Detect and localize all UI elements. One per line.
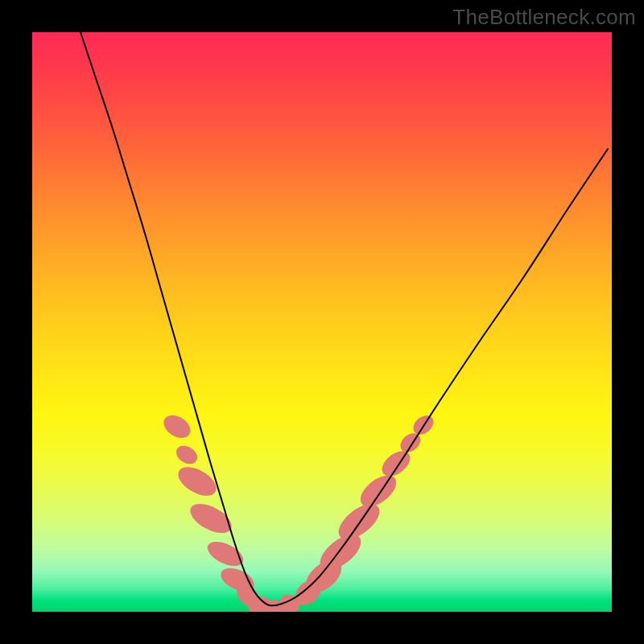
curve-layer <box>32 32 612 612</box>
marker-layer <box>159 411 437 612</box>
blob-L1 <box>159 411 194 442</box>
blob-L2 <box>173 442 200 468</box>
blob-L5 <box>204 537 247 572</box>
plot-area <box>32 32 612 612</box>
blob-L3 <box>173 461 221 502</box>
watermark-label: TheBottleneck.com <box>452 5 636 30</box>
chart-root: TheBottleneck.com <box>0 0 644 644</box>
blob-L4 <box>186 497 237 539</box>
